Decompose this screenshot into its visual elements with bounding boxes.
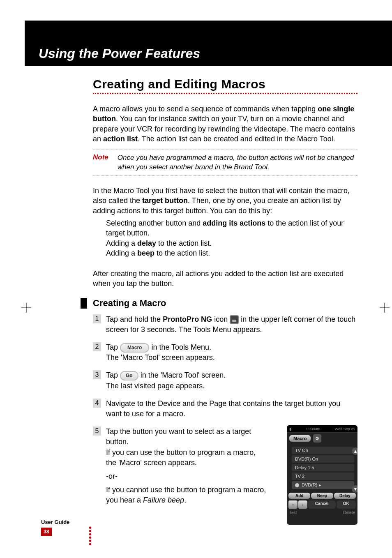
device-button-row-1: Add Beep Delay: [287, 492, 357, 500]
device-beep-button: Beep: [311, 493, 333, 499]
crop-mark-right: [380, 303, 390, 314]
device-list-item: TV On: [292, 447, 354, 454]
note-text: Once you have programmed a macro, the bu…: [118, 153, 357, 172]
step-4: 4 Navigate to the Device and the Page th…: [93, 399, 357, 419]
intro-paragraph: A macro allows you to send a sequence of…: [93, 104, 357, 144]
step-text: Tap the button you want to select as a t…: [106, 427, 267, 505]
device-add-button: Add: [288, 493, 310, 499]
bullet-item: Selecting another button and adding its …: [106, 218, 357, 238]
step-text: Navigate to the Device and the Page that…: [106, 399, 357, 419]
battery-icon: ▮: [289, 427, 291, 431]
scroll-down-icon: ▼: [352, 485, 357, 493]
user-guide-label: User Guide: [41, 519, 92, 525]
page-title: Using the Power Features: [39, 46, 200, 61]
bullet-item: Adding a delay to the action list.: [106, 238, 357, 248]
note-label: Note: [93, 153, 108, 172]
device-button-row-2: ↑ ↓ Cancel OK: [287, 500, 357, 510]
device-cancel-button: Cancel: [308, 500, 336, 509]
intro-text: A macro allows you to send a sequence of…: [93, 105, 318, 113]
section-title: Creating and Editing Macros: [93, 77, 357, 91]
macro-pill-icon: Macro: [120, 343, 149, 353]
device-macro-tab: Macro: [289, 435, 311, 442]
step-text: Tap Macro in the Tools Menu. The 'Macro …: [106, 342, 357, 363]
device-delay-button: Delay: [334, 493, 356, 499]
device-bottom-bar: Test Delete: [287, 510, 357, 516]
go-pill-icon: Go: [120, 371, 138, 380]
subheading-marker: [81, 298, 87, 309]
scroll-up-icon: ▲: [352, 447, 357, 455]
bullet-list: Selecting another button and adding its …: [106, 218, 357, 258]
vertical-dots-icon: ••••••: [89, 526, 92, 546]
device-time: 11:39am: [306, 427, 320, 431]
step-number: 2: [93, 342, 101, 351]
step-number: 1: [93, 314, 101, 323]
device-date: Wed Sep 25: [335, 427, 355, 431]
gear-icon: ⚙: [313, 434, 321, 443]
device-list-item: Delay 1.5: [292, 464, 354, 471]
crop-mark-left: [21, 303, 31, 314]
device-test-label: Test: [289, 510, 297, 515]
or-separator: -or-: [106, 471, 267, 482]
device-delete-label: Delete: [343, 510, 355, 515]
intro-text: . The action list can be created and edi…: [138, 135, 335, 143]
step-number: 4: [93, 399, 101, 408]
prontopro-icon: [230, 315, 239, 324]
device-list-item: TV 2: [292, 473, 354, 480]
section-underline-dots: [93, 93, 357, 94]
step-1: 1 Tap and hold the ProntoPro NG icon in …: [93, 314, 357, 335]
crop-mark-top: [188, 29, 204, 47]
intro-bold: action list: [103, 135, 138, 143]
step-number: 5: [93, 427, 101, 436]
body-paragraph: In the Macro Tool you first have to sele…: [93, 186, 357, 216]
footer-sidebar: User Guide 38 ••••••: [41, 519, 92, 546]
arrow-down-icon: ↓: [298, 500, 307, 509]
device-title-row: Macro ⚙: [287, 433, 357, 444]
arrow-up-icon: ↑: [288, 500, 297, 509]
step-text: Tap Go in the 'Macro Tool' screen. The l…: [106, 370, 357, 391]
body-bold: target button: [142, 196, 188, 205]
subheading-row: Creating a Macro: [81, 298, 357, 309]
bullet-item: Adding a beep to the action list.: [106, 248, 357, 258]
device-screenshot: ▮ 11:39am Wed Sep 25 Macro ⚙ ▲ TV On DVD…: [287, 425, 357, 525]
step-text: Tap and hold the ProntoPro NG icon in th…: [106, 314, 357, 335]
step-2: 2 Tap Macro in the Tools Menu. The 'Macr…: [93, 342, 357, 363]
device-action-list: ▲ TV On DVD(R) On Delay 1.5 TV 2 DVD(R) …: [287, 444, 357, 492]
step-number: 3: [93, 370, 101, 379]
device-list-item-selected: DVD(R) ▸: [292, 481, 354, 489]
header-band-spacer: [25, 21, 392, 41]
device-ok-button: OK: [337, 500, 356, 509]
note-box: Note Once you have programmed a macro, t…: [93, 150, 357, 176]
subheading: Creating a Macro: [93, 298, 166, 309]
device-list-item: DVD(R) On: [292, 455, 354, 463]
page-number-badge: 38: [41, 528, 52, 536]
device-status-bar: ▮ 11:39am Wed Sep 25: [287, 425, 357, 433]
step-3: 3 Tap Go in the 'Macro Tool' screen. The…: [93, 370, 357, 391]
body-paragraph: After creating the macro, all actions yo…: [93, 269, 357, 289]
header-band-title: Using the Power Features: [25, 41, 392, 66]
